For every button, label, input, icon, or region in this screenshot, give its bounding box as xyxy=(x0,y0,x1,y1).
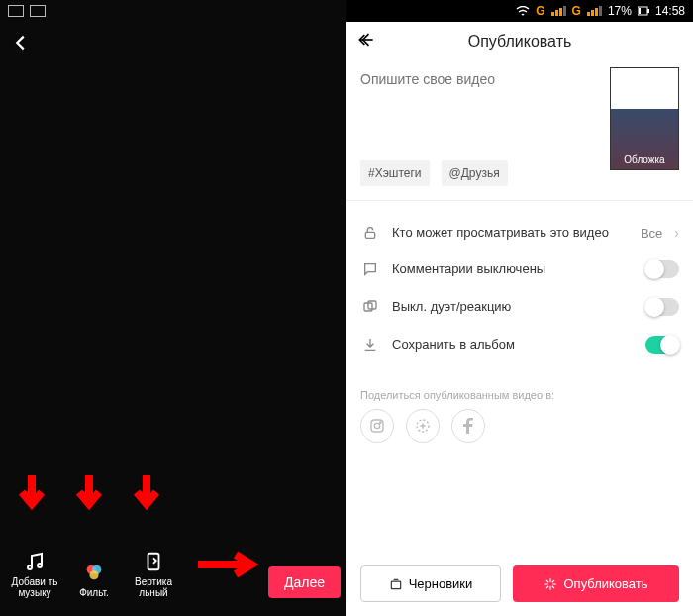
save-row: Сохранить в альбом xyxy=(360,326,679,363)
sparkle-icon xyxy=(544,577,557,591)
share-row xyxy=(360,409,679,443)
cover-label: Обложка xyxy=(611,154,678,165)
editor-screen: Добави ть музыку Фильт. Вертика льный Да… xyxy=(0,0,346,616)
add-music-button[interactable]: Добави ть музыку xyxy=(6,549,63,598)
music-icon xyxy=(22,549,48,574)
instagram-icon[interactable] xyxy=(360,409,394,443)
story-icon[interactable] xyxy=(406,409,440,443)
svg-rect-8 xyxy=(639,8,641,14)
editor-toolbar: Добави ть музыку Фильт. Вертика льный Да… xyxy=(0,549,346,598)
hashtags-button[interactable]: #Хэштеги xyxy=(360,160,430,186)
tool-label: Добави ть музыку xyxy=(6,576,63,598)
publish-button[interactable]: Опубликовать xyxy=(513,565,679,602)
share-label: Поделиться опубликованным видео в: xyxy=(360,389,679,401)
svg-rect-7 xyxy=(647,9,649,13)
tool-label: Фильт. xyxy=(79,587,109,598)
svg-rect-5 xyxy=(148,554,159,570)
svg-point-13 xyxy=(374,424,379,429)
setting-label: Комментарии выключены xyxy=(392,261,634,277)
vertical-icon xyxy=(141,549,166,574)
download-icon xyxy=(360,337,380,353)
comments-toggle[interactable] xyxy=(645,260,679,278)
publish-screen: G G 17% 14:58 Опубликовать #Хэштеги @Дру… xyxy=(346,0,693,616)
back-button[interactable] xyxy=(356,30,376,54)
save-toggle[interactable] xyxy=(645,336,679,354)
page-title: Опубликовать xyxy=(468,33,572,51)
drafts-icon xyxy=(389,577,403,591)
friends-button[interactable]: @Друзья xyxy=(442,160,508,186)
cover-button[interactable]: Обложка xyxy=(610,67,679,170)
battery-icon xyxy=(638,6,649,16)
duet-toggle[interactable] xyxy=(645,298,679,316)
filters-button[interactable]: Фильт. xyxy=(65,560,123,598)
status-bar: G G 17% 14:58 xyxy=(346,0,693,22)
setting-label: Кто может просматривать это видео xyxy=(392,225,629,241)
button-label: Опубликовать xyxy=(563,576,647,591)
clock: 14:58 xyxy=(655,4,685,18)
facebook-icon[interactable] xyxy=(451,409,485,443)
signal-icon xyxy=(587,6,602,16)
setting-label: Выкл. дуэт/реакцию xyxy=(392,299,634,315)
setting-label: Сохранить в альбом xyxy=(392,337,634,353)
description-input[interactable] xyxy=(360,67,602,91)
status-icon xyxy=(30,5,46,17)
duet-icon xyxy=(360,299,380,315)
duet-row: Выкл. дуэт/реакцию xyxy=(360,288,679,326)
svg-point-14 xyxy=(380,422,381,423)
svg-point-4 xyxy=(89,570,98,579)
header: Опубликовать xyxy=(346,22,693,61)
lock-icon xyxy=(360,225,380,241)
svg-rect-16 xyxy=(391,581,400,589)
button-label: Черновики xyxy=(409,576,473,591)
tool-label: Вертика льный xyxy=(125,576,182,598)
network-g: G xyxy=(536,4,544,18)
svg-rect-9 xyxy=(365,232,374,238)
wifi-icon xyxy=(516,6,530,16)
vertical-button[interactable]: Вертика льный xyxy=(125,549,182,598)
svg-point-1 xyxy=(38,564,42,567)
status-icon xyxy=(8,5,24,17)
chevron-right-icon: › xyxy=(674,225,679,241)
drafts-button[interactable]: Черновики xyxy=(360,565,501,602)
back-button[interactable] xyxy=(10,32,32,58)
battery-pct: 17% xyxy=(608,4,632,18)
svg-point-0 xyxy=(28,565,32,569)
comments-row: Комментарии выключены xyxy=(360,251,679,288)
comment-icon xyxy=(360,261,380,277)
next-button[interactable]: Далее xyxy=(268,566,341,598)
status-bar xyxy=(0,0,346,22)
privacy-row[interactable]: Кто может просматривать это видео Все › xyxy=(360,215,679,251)
signal-icon xyxy=(551,6,566,16)
footer: Черновики Опубликовать xyxy=(360,565,679,602)
setting-value: Все xyxy=(641,226,662,241)
network-g: G xyxy=(572,4,581,18)
filters-icon xyxy=(81,560,107,585)
